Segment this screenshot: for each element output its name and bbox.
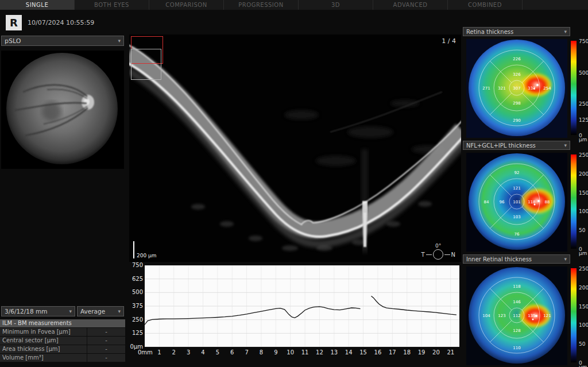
table-row: Minimum in Fovea [μm] - bbox=[0, 327, 125, 336]
etdrs-value: 128 bbox=[513, 329, 520, 333]
etdrs-value: 118 bbox=[528, 200, 535, 204]
modality-select-value: pSLO bbox=[5, 37, 21, 45]
tab-single[interactable]: SINGLE bbox=[0, 0, 75, 10]
chevron-down-icon: ▾ bbox=[564, 29, 567, 34]
etdrs-value: 326 bbox=[513, 72, 521, 77]
etdrs-value: 146 bbox=[513, 300, 521, 304]
map-type-select-3[interactable]: Inner Retinal thickness ▾ bbox=[463, 254, 570, 264]
retina-thickness-map: 226 254 290 271 326 333 298 321 307 bbox=[466, 39, 567, 138]
color-scale-labels: 250200150100500μm bbox=[578, 154, 588, 256]
map-type-label: NFL+GCL+IPL thickness bbox=[466, 142, 536, 149]
chevron-down-icon: ▾ bbox=[69, 308, 72, 314]
map-type-select-1[interactable]: Retina thickness ▾ bbox=[463, 27, 570, 36]
etdrs-value: 101 bbox=[513, 200, 520, 204]
color-scale bbox=[571, 41, 577, 135]
tab-both-eyes[interactable]: BOTH EYES bbox=[75, 0, 149, 10]
etdrs-value: 84 bbox=[484, 200, 489, 204]
tab-advanced[interactable]: ADVANCED bbox=[373, 0, 448, 10]
inner-retinal-thickness-map: 118 121 110 104 146 135 128 123 112 bbox=[466, 266, 567, 365]
enface-region-box[interactable] bbox=[131, 49, 161, 80]
table-row: Area thickness [μm] - bbox=[0, 345, 125, 353]
map-type-label: Retina thickness bbox=[466, 29, 513, 35]
color-scale-labels: 250200150100500μm bbox=[578, 268, 588, 367]
measure-label: Central sector [μm] bbox=[0, 337, 87, 345]
measure-value: - bbox=[87, 345, 125, 353]
table-row: Central sector [μm] - bbox=[0, 336, 125, 345]
compass-circle-icon bbox=[433, 249, 443, 260]
modality-select[interactable]: pSLO ▾ bbox=[1, 36, 124, 46]
inner-retinal-map-panel: 118 121 110 104 146 135 128 123 112 2502… bbox=[463, 265, 588, 366]
scale-bar-label: 200 μm bbox=[137, 253, 157, 258]
grid-diameter-value: 3/6/12/18 mm bbox=[5, 308, 48, 315]
tab-progression[interactable]: PROGRESSION bbox=[224, 0, 299, 10]
average-mode-value: Average bbox=[80, 308, 105, 315]
tab-3d[interactable]: 3D bbox=[299, 0, 373, 10]
nfl-gcl-ipl-thickness-map: 92 88 76 84 121 118 103 96 101 bbox=[466, 153, 567, 252]
measurements-table-title: ILM - BM measurements bbox=[0, 319, 125, 327]
tab-combined[interactable]: COMBINED bbox=[448, 0, 523, 10]
measure-label: Minimum in Fovea [μm] bbox=[0, 328, 87, 336]
chevron-down-icon: ▾ bbox=[564, 256, 567, 262]
compass-line bbox=[444, 254, 450, 255]
measure-label: Volume [mm³] bbox=[0, 354, 87, 362]
laterality-indicator: R bbox=[6, 15, 22, 30]
etdrs-value: 96 bbox=[500, 200, 505, 204]
etdrs-value: 290 bbox=[513, 118, 520, 123]
nfl-gcl-ipl-map-panel: 92 88 76 84 121 118 103 96 101 250200150… bbox=[463, 152, 588, 253]
nasal-label: N bbox=[451, 252, 455, 258]
frame-indicator: 1 / 4 bbox=[442, 37, 456, 45]
oct-bscan-image bbox=[129, 34, 461, 262]
etdrs-value: 104 bbox=[482, 314, 490, 318]
etdrs-value: 254 bbox=[543, 86, 551, 91]
etdrs-value: 76 bbox=[514, 232, 520, 237]
orientation-compass: 0° T N bbox=[421, 243, 455, 260]
scale-bar: 200 μm bbox=[133, 241, 157, 258]
color-scale bbox=[571, 154, 577, 249]
etdrs-value: 123 bbox=[498, 314, 505, 318]
etdrs-value: 121 bbox=[543, 314, 551, 318]
measure-label: Area thickness [μm] bbox=[0, 345, 87, 353]
average-mode-select[interactable]: Average ▾ bbox=[77, 306, 124, 316]
retina-thickness-map-panel: 226 254 290 271 326 333 298 321 307 7505… bbox=[463, 38, 588, 139]
color-scale-labels: 7505002501250μm bbox=[578, 41, 588, 142]
chevron-down-icon: ▾ bbox=[118, 38, 121, 44]
scan-angle: 0° bbox=[421, 243, 455, 249]
etdrs-value: 121 bbox=[513, 186, 520, 191]
main-tab-bar: SINGLE BOTH EYES COMPARISON PROGRESSION … bbox=[0, 0, 588, 10]
fundus-svg bbox=[1, 51, 124, 169]
measure-value: - bbox=[87, 337, 125, 345]
temporal-label: T bbox=[421, 252, 424, 258]
etdrs-value: 298 bbox=[513, 101, 520, 106]
fundus-image[interactable] bbox=[1, 51, 124, 169]
etdrs-value: 321 bbox=[498, 86, 505, 91]
measure-value: - bbox=[87, 328, 125, 336]
chevron-down-icon: ▾ bbox=[564, 142, 567, 148]
tab-bar-filler bbox=[523, 0, 588, 10]
chart-plot-area bbox=[145, 265, 459, 347]
etdrs-value: 226 bbox=[513, 57, 521, 61]
chevron-down-icon: ▾ bbox=[118, 308, 121, 314]
compass-line bbox=[426, 254, 432, 255]
color-scale bbox=[571, 268, 577, 362]
exam-timestamp: 10/07/2024 10:55:59 bbox=[28, 19, 94, 26]
etdrs-value: 118 bbox=[513, 284, 520, 289]
etdrs-value: 135 bbox=[528, 314, 535, 318]
etdrs-value: 112 bbox=[513, 314, 520, 318]
tab-comparison[interactable]: COMPARISON bbox=[149, 0, 224, 10]
measure-value: - bbox=[87, 354, 125, 362]
etdrs-value: 307 bbox=[513, 86, 520, 91]
thickness-profile-chart: 0μm125250375500625750 0mm123456789101112… bbox=[129, 263, 461, 367]
grid-diameter-select[interactable]: 3/6/12/18 mm ▾ bbox=[1, 306, 75, 316]
etdrs-value: 110 bbox=[513, 346, 520, 350]
etdrs-value: 271 bbox=[482, 86, 490, 91]
map-type-label: Inner Retinal thickness bbox=[466, 256, 532, 262]
etdrs-value: 92 bbox=[514, 171, 520, 175]
scale-bar-line bbox=[133, 241, 134, 258]
etdrs-value: 333 bbox=[528, 86, 535, 91]
oct-bscan-viewport[interactable]: 1 / 4 200 μm 0° T N bbox=[129, 34, 461, 262]
etdrs-value: 103 bbox=[513, 215, 520, 219]
map-type-select-2[interactable]: NFL+GCL+IPL thickness ▾ bbox=[463, 141, 570, 150]
etdrs-value: 88 bbox=[545, 200, 550, 204]
table-row: Volume [mm³] - bbox=[0, 353, 125, 362]
